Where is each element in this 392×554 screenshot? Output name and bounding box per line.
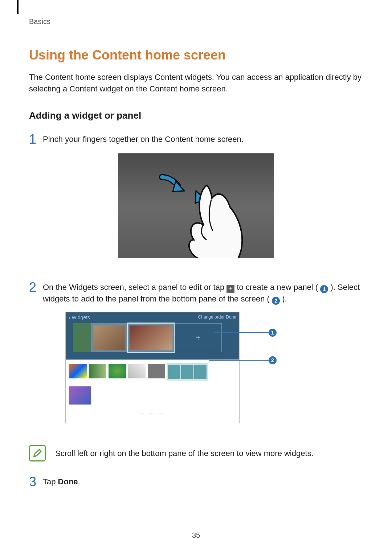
step-number: 2	[29, 281, 43, 294]
note-icon	[29, 445, 46, 461]
hand-pinch-icon	[172, 182, 245, 258]
callout-badge-2: 2	[272, 297, 280, 305]
note-block: Scroll left or right on the bottom pane …	[29, 445, 363, 461]
callout-line	[209, 360, 269, 361]
callout-badge-2: 2	[269, 356, 277, 364]
widget-thumb	[89, 364, 106, 378]
widget-thumb-selected	[167, 364, 207, 380]
plus-icon: +	[226, 285, 234, 293]
widget-thumb	[69, 386, 91, 405]
text-fragment: to create a new panel (	[234, 283, 320, 292]
back-label: ‹ Widgets	[69, 315, 90, 320]
header-rule	[17, 0, 19, 14]
panel-strip: +	[73, 323, 232, 352]
widgets-bottom-pane: — — —	[66, 360, 239, 423]
page-dots: — — —	[69, 411, 236, 416]
widget-thumb	[148, 364, 165, 378]
step-text: On the Widgets screen, select a panel to…	[43, 282, 363, 305]
breadcrumb: Basics	[29, 17, 363, 26]
manual-page: Basics Using the Content home screen The…	[0, 0, 392, 554]
callout-overlay: 1 2	[240, 312, 327, 410]
step-number: 3	[29, 475, 43, 488]
intro-paragraph: The Content home screen displays Content…	[29, 71, 363, 95]
callout-line	[214, 332, 269, 333]
pencil-note-icon	[32, 448, 43, 459]
callout-badge-1: 1	[269, 329, 277, 337]
step-2: 2 On the Widgets screen, select a panel …	[29, 282, 363, 305]
callout-badge-1: 1	[320, 285, 328, 293]
step-text: Pinch your fingers together on the Conte…	[43, 134, 363, 145]
widget-thumb	[69, 364, 87, 378]
text-fragment: Tap	[43, 477, 58, 486]
text-fragment: .	[78, 477, 80, 486]
step-3: 3 Tap Done.	[29, 476, 363, 488]
add-panel-button: +	[175, 323, 222, 352]
page-number: 35	[0, 531, 392, 539]
widget-row	[69, 364, 236, 380]
step-1: 1 Pinch your fingers together on the Con…	[29, 134, 363, 146]
section-heading: Using the Content home screen	[29, 48, 363, 63]
pinch-illustration	[118, 153, 274, 258]
done-label: Done	[58, 477, 78, 486]
panel-thumb	[73, 323, 91, 352]
step-number: 1	[29, 133, 43, 146]
figure-widgets: ‹ Widgets Change order Done +	[29, 312, 363, 423]
widgets-screenshot: ‹ Widgets Change order Done +	[65, 312, 240, 423]
widget-thumb	[109, 364, 126, 378]
sub-heading: Adding a widget or panel	[29, 110, 363, 121]
note-text: Scroll left or right on the bottom pane …	[55, 445, 314, 459]
widget-thumb	[128, 364, 146, 378]
widget-row	[69, 386, 236, 405]
text-fragment: On the Widgets screen, select a panel to…	[43, 283, 226, 292]
step-text: Tap Done.	[43, 476, 363, 488]
panel-thumb	[91, 323, 127, 352]
panel-thumb-selected	[127, 323, 175, 352]
header-actions: Change order Done	[198, 315, 236, 320]
text-fragment: ).	[280, 294, 287, 303]
figure-pinch	[29, 153, 363, 260]
widgets-top-bar: ‹ Widgets Change order Done +	[66, 312, 239, 360]
